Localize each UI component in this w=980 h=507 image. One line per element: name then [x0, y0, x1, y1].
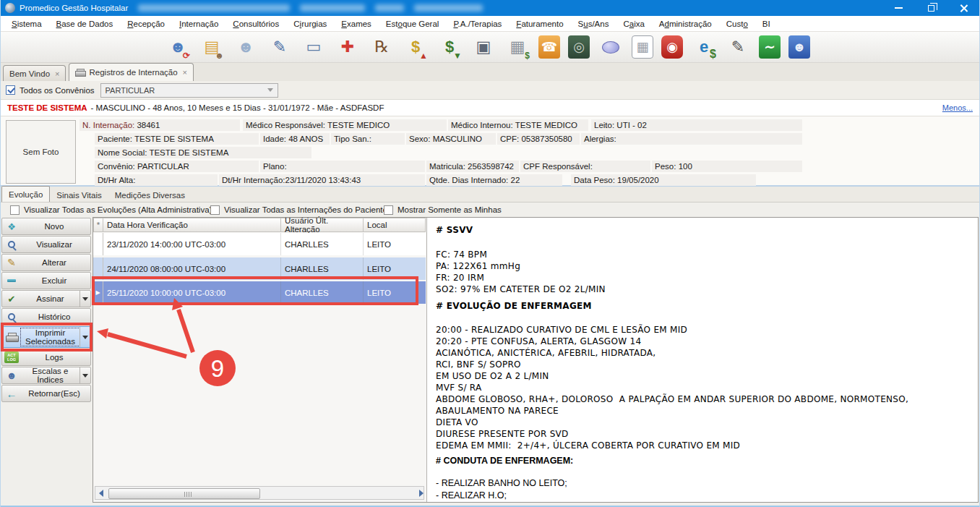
novo-button[interactable]: ❖Novo — [1, 218, 91, 235]
restore-button[interactable] — [915, 0, 947, 16]
tab-close-icon[interactable]: × — [55, 69, 59, 78]
vital-signs-book-icon[interactable]: ∼ — [759, 35, 781, 59]
scroll-left-arrow[interactable] — [95, 487, 107, 499]
shutdown-icon[interactable]: ◉ — [661, 35, 683, 59]
close-button[interactable] — [947, 0, 980, 16]
menu-consultorios[interactable]: Consultórios — [225, 17, 286, 30]
ambulance-icon[interactable]: ✚ — [335, 33, 361, 61]
field-cpf: CPF: 05387350580 — [497, 133, 580, 145]
logs-button[interactable]: ACTLOGLogs — [1, 349, 91, 366]
patients-sync-icon[interactable]: ☻⟳ — [165, 33, 191, 61]
contacts-book-icon[interactable]: ☻ — [788, 35, 810, 59]
field-convenio: Convênio: PARTICULAR — [95, 161, 259, 172]
field-dt-hr-alta: Dt/Hr Alta: — [95, 174, 218, 186]
menu-base-de-dados[interactable]: Base de Dados — [49, 17, 121, 30]
tab-bem-vindo[interactable]: Bem Vindo × — [3, 65, 66, 81]
menu-faturamento[interactable]: Faturamento — [509, 17, 570, 30]
grid-corner[interactable]: * — [93, 218, 103, 232]
messages-icon[interactable] — [598, 33, 624, 61]
menos-link[interactable]: Menos... — [942, 103, 973, 112]
close-icon — [960, 4, 968, 12]
medical-staff-icon[interactable]: ☻ — [233, 33, 259, 61]
escalas-indices-button[interactable]: ☻Escalas e Índices — [1, 367, 91, 384]
historico-button[interactable]: Histórico — [1, 308, 91, 325]
document-signing-icon[interactable]: ✎ — [725, 33, 751, 61]
field-alergias: Alergias: — [581, 133, 802, 145]
menu-pa-terapias[interactable]: P.A./Terapias — [446, 17, 509, 30]
field-qtde-dias-internado: Qtde. Dias Internado: 22 — [426, 174, 562, 186]
tab-registros-de-internacao[interactable]: Registros de Internação × — [69, 63, 194, 81]
redacted-info — [414, 4, 483, 12]
field-medico-internou: Médico Internou: TESTE MEDICO — [448, 119, 588, 131]
column-header-usuario[interactable]: Usuário Últ. Alteração — [281, 218, 364, 232]
field-paciente: Paciente: TESTE DE SISTEMA — [95, 133, 259, 145]
safe-icon[interactable]: ▣ — [470, 33, 497, 61]
menubar: Sistema Base de Dados Recepção Internaçã… — [0, 16, 980, 32]
manuals-icon[interactable]: ◎ — [568, 35, 590, 59]
menu-internacao[interactable]: Internação — [172, 17, 225, 30]
evolutions-grid: * Data Hora Verificação Usuário Últ. Alt… — [93, 218, 427, 502]
menu-recepcao[interactable]: Recepção — [120, 17, 172, 30]
checkbox-todas-internacoes[interactable] — [210, 205, 220, 215]
imprimir-dropdown[interactable] — [79, 327, 90, 347]
menu-sistema[interactable]: Sistema — [4, 17, 49, 30]
menu-sus-ans[interactable]: Sus/Ans — [571, 17, 616, 30]
patient-folder-icon[interactable]: ▤☻ — [199, 33, 225, 61]
horizontal-scrollbar[interactable] — [95, 486, 424, 500]
scales-person-icon: ☻ — [2, 370, 21, 381]
menu-estoque-geral[interactable]: Estoque Geral — [379, 17, 447, 30]
redacted-version-info — [138, 4, 290, 12]
table-row[interactable]: 23/11/2020 14:00:00 UTC-03:00 CHARLLES L… — [93, 233, 426, 255]
scrollbar-thumb[interactable] — [108, 488, 260, 499]
field-cpf-responsavel: CPF Responsável: — [520, 161, 650, 172]
hospital-bed-icon[interactable]: ▭ — [301, 33, 327, 61]
menu-administracao[interactable]: Administração — [652, 17, 719, 30]
todos-convenios-checkbox[interactable] — [6, 85, 15, 95]
pharmacy-stock-icon[interactable]: ℞ — [369, 33, 395, 61]
tab-medicoes-diversas[interactable]: Medições Diversas — [108, 188, 192, 202]
column-header-local[interactable]: Local — [364, 218, 426, 232]
invoice-icon[interactable]: ▦ — [632, 35, 653, 59]
assinar-button[interactable]: ✔Assinar — [1, 290, 91, 307]
financial-report-icon[interactable]: ▦$ — [504, 33, 530, 61]
patient-banner: TESTE DE SISTEMA - MASCULINO - 48 Anos, … — [0, 100, 980, 116]
menu-caixa[interactable]: Caixa — [616, 17, 651, 30]
excluir-button[interactable]: Excluir — [1, 272, 91, 289]
menu-bi[interactable]: BI — [755, 17, 778, 30]
visualizar-button[interactable]: Visualizar — [1, 236, 91, 253]
tab-sinais-vitais[interactable]: Sinais Vitais — [50, 188, 108, 202]
convenio-dropdown[interactable]: PARTICULAR — [100, 83, 278, 98]
table-row[interactable]: 24/11/2020 08:00:00 UTC-03:00 CHARLLES L… — [93, 257, 426, 280]
phone-directory-icon[interactable]: ☎ — [538, 35, 560, 59]
selected-row-indicator: ▶ — [93, 281, 103, 304]
escalas-dropdown[interactable] — [79, 367, 90, 383]
prescription-icon[interactable]: ✎ — [267, 33, 293, 61]
assinar-dropdown[interactable] — [79, 291, 90, 307]
scroll-right-arrow[interactable] — [412, 487, 424, 499]
photo-placeholder: Sem Foto — [6, 120, 76, 184]
patient-name: TESTE DE SISTEMA — [7, 103, 87, 112]
retornar-button[interactable]: ←Retornar(Esc) — [1, 385, 91, 402]
revenue-icon[interactable]: $▲ — [403, 33, 429, 61]
tab-strip: Bem Vindo × Registros de Internação × — [0, 63, 980, 81]
tab-close-icon[interactable]: × — [183, 68, 187, 77]
expenses-icon[interactable]: $▼ — [437, 33, 463, 61]
minimize-button[interactable] — [882, 0, 915, 16]
electronic-billing-icon[interactable]: e$ — [691, 33, 717, 61]
menu-exames[interactable]: Exames — [334, 17, 379, 30]
tab-evolucao[interactable]: Evolução — [1, 186, 50, 202]
history-magnifier-icon — [2, 313, 21, 320]
view-options-row: Visualizar Todas as Evoluções (Alta Admi… — [0, 203, 980, 217]
imprimir-selecionadas-button[interactable]: Imprimir Selecionadas — [1, 326, 91, 348]
window-title: Promedico Gestão Hospitalar — [20, 4, 128, 12]
printer-icon — [2, 333, 21, 341]
table-row-selected[interactable]: ▶ 25/11/2020 10:00:00 UTC-03:00 CHARLLES… — [93, 281, 426, 304]
checkbox-somente-minhas[interactable] — [384, 205, 393, 215]
field-peso: Peso: 100 — [652, 161, 802, 172]
menu-custo[interactable]: Custo — [719, 17, 755, 30]
field-tipo-sanguineo: Tipo San.: — [331, 133, 405, 145]
checkbox-todas-evolucoes[interactable] — [10, 205, 20, 215]
column-header-data-hora[interactable]: Data Hora Verificação — [103, 218, 281, 232]
alterar-button[interactable]: ✎Alterar — [1, 254, 91, 271]
menu-cirurgias[interactable]: Cirurgias — [286, 17, 334, 30]
